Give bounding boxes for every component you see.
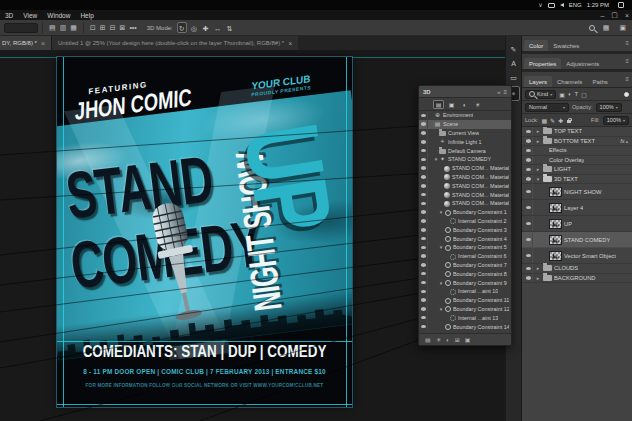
network-monitor-icon[interactable] [548,3,555,8]
collapse-panel-icon[interactable]: « [497,89,500,95]
horizontal-guide[interactable] [57,341,352,342]
layer-row[interactable]: NIGHT SHOW [522,184,632,200]
layer-row[interactable]: Color Overlay [522,156,632,166]
layer-row[interactable]: Vector Smart Object [522,248,632,264]
caret-icon[interactable] [535,176,541,182]
slide-3d-icon[interactable]: ↔ [213,22,223,33]
tray-chevron-icon[interactable]: ∨ [538,2,542,8]
layer-row[interactable]: BACKGROUND [522,274,632,284]
3d-row[interactable]: Internal Constraint 6 [419,252,511,261]
filter-materials-icon[interactable]: ◐ [459,100,470,109]
visibility-eye-icon[interactable] [419,137,428,146]
material-footer-icon[interactable]: ◐ [446,337,450,343]
visibility-eye-icon[interactable] [419,296,428,305]
3d-row[interactable]: Current View [419,129,511,138]
vertical-guide[interactable] [63,57,64,407]
layer-row[interactable]: STAND COMEDY [522,232,632,248]
tab-properties[interactable]: Properties [524,58,561,69]
layer-thumbnail[interactable] [549,235,562,245]
add-footer-icon[interactable]: ⊞ [455,336,460,343]
vertical-guide[interactable] [346,57,347,407]
visibility-eye-icon[interactable] [419,155,428,164]
caret-icon[interactable] [535,138,541,144]
scale-3d-icon[interactable]: ⇅ [225,22,235,33]
filter-pixel-layers-icon[interactable]: ▣ [559,91,565,98]
menu-window[interactable]: Window [42,12,75,19]
menu-3d[interactable]: 3D [0,12,18,19]
3d-row[interactable]: Boundary Constraint 9 [419,278,511,287]
3d-row[interactable]: STAND COM... Material [419,199,511,208]
3d-row[interactable]: Scene [419,120,511,129]
visibility-eye-icon[interactable] [419,164,428,173]
opacity-dropdown[interactable]: 100% ▾ [596,103,622,112]
visibility-eye-icon[interactable] [524,264,533,273]
restore-button[interactable]: ▢ [611,11,618,19]
visibility-eye-icon[interactable] [419,111,428,120]
visibility-eye-icon[interactable] [419,252,428,261]
3d-row[interactable]: STAND COMEDY [419,155,511,164]
close-tab-icon[interactable]: × [41,40,45,47]
tab-channels[interactable]: Channels [552,76,587,87]
layer-thumbnail[interactable] [549,187,562,197]
minimize-button[interactable]: – [600,12,604,19]
caret-icon[interactable] [535,275,541,281]
light-footer-icon[interactable]: ☀ [436,336,441,343]
visibility-eye-icon[interactable] [419,173,428,182]
layer-row[interactable]: UP [522,216,632,232]
3d-row[interactable]: STAND COM... Material [419,173,511,182]
3d-position-x-icon[interactable]: ⊡ [88,23,98,33]
visibility-eye-icon[interactable] [419,322,428,331]
3d-row[interactable]: STAND COM... Material [419,164,511,173]
type-tool-icon[interactable]: A [508,58,520,69]
more-options-button[interactable]: ••• [127,23,138,33]
document-tab-untitled[interactable]: Untitled 1 @ 25% (Your design here (doub… [52,36,298,50]
align-left-icon[interactable]: ▤ [47,23,58,33]
3d-row[interactable]: Environment [419,111,511,120]
close-tab-icon[interactable]: × [288,40,292,47]
panel-menu-icon[interactable]: ≡ [625,76,629,82]
tab-adjustments[interactable]: Adjustments [561,58,604,69]
roll-3d-icon[interactable]: ◎ [189,22,199,33]
3d-row[interactable]: Boundary Constraint 7 [419,261,511,270]
3d-row[interactable]: STAND COM... Material [419,190,511,199]
visibility-eye-icon[interactable] [419,287,428,296]
visibility-eye-icon[interactable] [419,199,428,208]
3d-row[interactable]: Boundary Constraint 1 [419,208,511,217]
3d-panel-header[interactable]: 3D « ≡ [419,86,511,98]
3d-panel[interactable]: 3D « ≡ ▤ ▣ ◐ ☀ Environment [418,85,512,346]
panel-menu-icon[interactable]: ≡ [625,58,629,64]
fill-dropdown[interactable]: 100% ▾ [603,116,629,125]
grid-view-icon[interactable]: ▦ [601,23,612,33]
3d-row[interactable]: Internal ...aint 10 [419,287,511,296]
visibility-eye-icon[interactable] [419,217,428,226]
caret-icon[interactable] [535,128,541,134]
visibility-eye-icon[interactable] [419,190,428,199]
delete-footer-icon[interactable]: ▣ [465,336,471,343]
3d-row[interactable]: Boundary Constraint 12 [419,305,511,314]
layer-row[interactable]: Effects [522,146,632,156]
layer-row[interactable]: CLOUDS [522,264,632,274]
3d-row[interactable]: Boundary Constraint 11 [419,296,511,305]
visibility-eye-icon[interactable] [524,232,533,247]
speaker-icon[interactable] [560,3,564,7]
visibility-eye-icon[interactable] [419,181,428,190]
close-button[interactable]: × [625,12,629,19]
visibility-eye-icon[interactable] [419,225,428,234]
visibility-eye-icon[interactable] [524,274,533,283]
tab-color[interactable]: Color [524,40,548,51]
menu-help[interactable]: Help [75,12,98,19]
3d-position-y-icon[interactable]: ⊞ [98,23,108,33]
visibility-eye-icon[interactable] [524,137,533,146]
visibility-eye-icon[interactable] [524,216,533,231]
align-right-icon[interactable]: ▦ [68,23,79,33]
visibility-eye-icon[interactable] [419,208,428,217]
panel-menu-icon[interactable]: ≡ [503,89,507,95]
3d-row[interactable]: Infinite Light 1 [419,137,511,146]
workspace-switcher-icon[interactable]: ▣ [617,23,628,33]
visibility-eye-icon[interactable] [419,129,428,138]
layer-row[interactable]: TOP TEXT [522,127,632,137]
tool-preset-dropdown[interactable] [4,23,38,33]
search-icon[interactable] [589,25,595,31]
filter-scene-icon[interactable]: ▤ [433,100,444,109]
3d-row[interactable]: Boundary Constraint 4 [419,234,511,243]
